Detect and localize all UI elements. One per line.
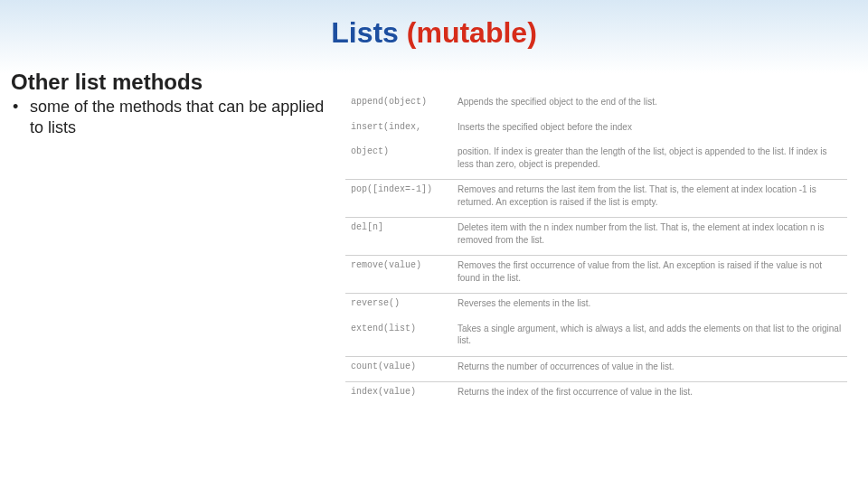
- method-description: Reverses the elements in the list.: [458, 297, 842, 310]
- table-row: object) position. If index is greater th…: [345, 142, 847, 179]
- method-signature: extend(list): [351, 323, 458, 347]
- method-description: Removes the first occurrence of value fr…: [458, 259, 842, 284]
- table-row: index(value) Returns the index of the fi…: [345, 381, 847, 408]
- slide-title: Lists (mutable): [0, 0, 868, 50]
- method-description: Returns the index of the first occurrenc…: [458, 386, 842, 399]
- method-signature: reverse(): [351, 297, 458, 310]
- bullet-dot: •: [13, 97, 25, 117]
- title-part2: (mutable): [407, 16, 537, 49]
- table-row: pop([index=-1]) Removes and returns the …: [345, 179, 847, 217]
- method-signature: pop([index=-1]): [351, 183, 458, 208]
- method-signature: insert(index,: [351, 121, 458, 134]
- table-row: extend(list) Takes a single argument, wh…: [345, 319, 847, 356]
- table-row: append(object) Appends the specified obj…: [345, 92, 847, 117]
- method-description: Returns the number of occurrences of val…: [458, 361, 842, 373]
- table-row: remove(value) Removes the first occurren…: [345, 255, 847, 293]
- method-signature: append(object): [351, 96, 458, 108]
- method-description: Takes a single argument, which is always…: [458, 323, 842, 347]
- table-row: insert(index, Inserts the specified obje…: [345, 117, 847, 143]
- section-heading: Other list methods: [11, 70, 868, 95]
- table-row: count(value) Returns the number of occur…: [345, 356, 847, 382]
- method-signature: index(value): [351, 386, 458, 399]
- table-row: del[n] Deletes item with the n index num…: [345, 217, 847, 255]
- methods-table: append(object) Appends the specified obj…: [345, 92, 847, 408]
- method-signature: del[n]: [351, 221, 458, 246]
- method-description: Deletes item with the n index number fro…: [458, 221, 842, 246]
- method-description: position. If index is greater than the l…: [458, 145, 842, 170]
- method-signature: object): [351, 145, 458, 170]
- method-signature: remove(value): [351, 259, 458, 284]
- table-row: reverse() Reverses the elements in the l…: [345, 293, 847, 319]
- method-description: Appends the specified object to the end …: [458, 96, 842, 108]
- method-description: Removes and returns the last item from t…: [458, 183, 842, 208]
- method-signature: count(value): [351, 361, 458, 373]
- method-description: Inserts the specified object before the …: [458, 121, 842, 134]
- bullet-text: some of the methods that can be applied …: [30, 97, 328, 137]
- title-part1: Lists: [331, 16, 407, 49]
